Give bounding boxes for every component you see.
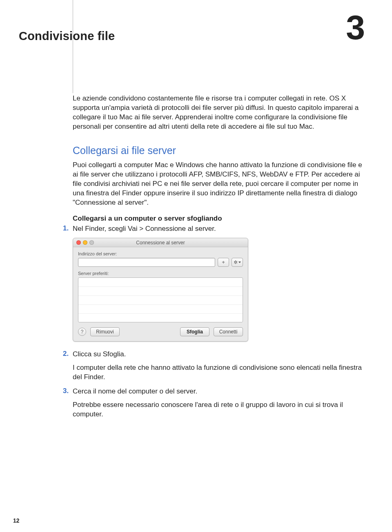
help-button[interactable]: ? — [78, 328, 86, 336]
page-number: 12 — [13, 517, 20, 524]
step-number: 1. — [63, 224, 73, 234]
favorite-servers-list[interactable] — [78, 277, 243, 322]
section-body: Puoi collegarti a computer Mac e Windows… — [73, 161, 368, 208]
connect-button[interactable]: Connetti — [214, 327, 243, 336]
favorite-servers-label: Server preferiti: — [78, 271, 243, 276]
step-text: Nel Finder, scegli Vai > Connessione al … — [73, 224, 216, 234]
dialog-title: Connessione al server — [73, 240, 248, 246]
plus-icon: + — [222, 259, 225, 266]
gear-icon: ✲ — [234, 259, 238, 266]
list-item — [78, 287, 243, 296]
section-title: Collegarsi ai file server — [73, 145, 368, 156]
remove-button[interactable]: Rimuovi — [90, 327, 120, 336]
chapter-header: Condivisione file 3 — [73, 25, 368, 94]
step-text: Clicca su Sfoglia. — [73, 350, 126, 359]
chevron-down-icon — [238, 262, 241, 263]
list-item — [78, 278, 243, 287]
step-3-paragraph: Potrebbe essere necessario conoscere l'a… — [73, 400, 368, 419]
server-address-label: Indirizzo del server: — [78, 251, 243, 256]
step-3: 3. Cerca il nome del computer o del serv… — [73, 387, 368, 396]
section-subhead: Collegarsi a un computer o server sfogli… — [73, 215, 368, 223]
chapter-number: 3 — [346, 10, 365, 45]
chapter-title: Condivisione file — [19, 29, 115, 43]
step-text: Cerca il nome del computer o del server. — [73, 387, 197, 396]
help-icon: ? — [81, 329, 84, 335]
step-2-paragraph: I computer della rete che hanno attivato… — [73, 363, 368, 382]
step-number: 2. — [63, 350, 73, 359]
step-2: 2. Clicca su Sfoglia. — [73, 350, 368, 359]
step-number: 3. — [63, 387, 73, 396]
dialog-titlebar: Connessione al server — [73, 238, 248, 247]
connect-to-server-dialog: Connessione al server Indirizzo del serv… — [73, 238, 248, 342]
list-item — [78, 305, 243, 314]
intro-paragraph: Le aziende condividono costantemente fil… — [73, 94, 368, 132]
step-1: 1. Nel Finder, scegli Vai > Connessione … — [73, 224, 368, 234]
browse-button[interactable]: Sfoglia — [180, 327, 209, 336]
list-item — [78, 296, 243, 305]
history-menu-button[interactable]: ✲ — [232, 258, 243, 267]
server-address-input[interactable] — [78, 258, 215, 267]
list-item — [78, 314, 243, 322]
add-favorite-button[interactable]: + — [218, 258, 229, 267]
